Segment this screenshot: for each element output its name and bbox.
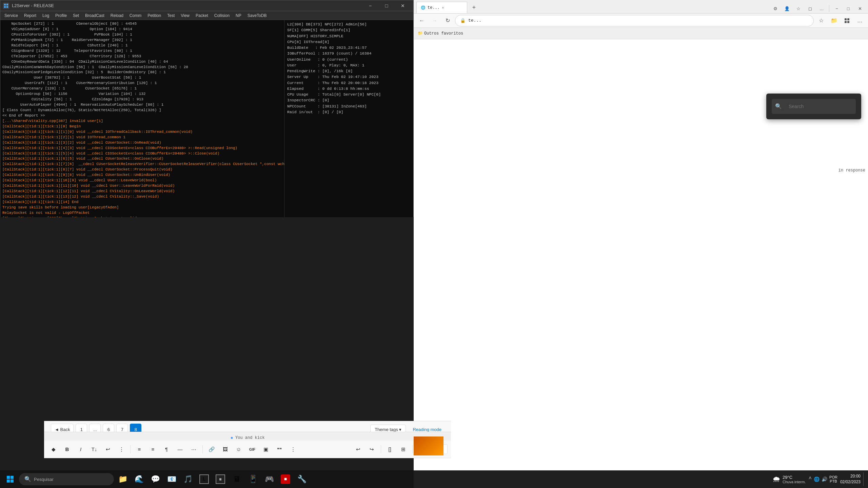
taskbar-app8[interactable]: 🎮 [262,472,277,487]
new-tab-button[interactable]: + [469,2,479,13]
system-tray: ^ 🌐 🔊 PORPTB [808,475,837,483]
taskbar-search[interactable]: 🔍 Pesquisar [19,473,114,485]
reading-list-icon[interactable]: ☆ [816,15,827,26]
taskbar-app4[interactable]: L [197,472,212,487]
menu-comm[interactable]: Comm [127,13,144,19]
menu-report[interactable]: Report [21,13,39,19]
list-button[interactable]: ≡ [133,443,145,455]
browser-max-icon[interactable]: □ [843,4,854,13]
svg-rect-10 [7,480,10,483]
minimize-button[interactable]: − [362,0,378,11]
collections-icon[interactable]: 📁 [829,15,840,26]
tray-volume[interactable]: 🔊 [822,476,827,482]
text-size-button[interactable]: T↓ [88,443,100,455]
menu-packet[interactable]: Packet [193,13,211,19]
app-icon [3,3,9,9]
taskbar-app2[interactable]: 📧 [164,472,179,487]
browser-menu-icon[interactable]: … [854,15,865,26]
menu-broadcast[interactable]: BroadCast [82,13,107,19]
bold-button[interactable]: B [61,443,73,455]
search-icon: 🔍 [775,103,782,110]
code-button[interactable]: [] [384,443,396,455]
taskbar-app6[interactable]: 🖥 [229,472,244,487]
menu-log[interactable]: Log [40,13,52,19]
bookmark-label: Outros favoritos [424,31,463,36]
svg-rect-1 [6,4,8,5]
menu-reload[interactable]: Reload [108,13,126,19]
media-button[interactable]: ▣ [260,443,272,455]
highlight-tool-button[interactable]: ◆ [47,443,60,455]
menu-view[interactable]: View [178,13,192,19]
svg-rect-5 [847,18,849,20]
tray-network[interactable]: 🌐 [814,476,820,482]
toolbar-divider-1 [130,445,131,453]
right-panel: L2[306] DB[373] NPC[272] Admin[56] SF[1]… [284,20,413,217]
left-panel: NpcSocket [272] : 1 CGeneralObject [80] … [0,20,284,217]
tab-label: te... [428,5,440,10]
content-area: NpcSocket [272] : 1 CGeneralObject [80] … [0,20,413,217]
show-desktop-button[interactable] [863,472,865,486]
italic-button[interactable]: I [75,443,87,455]
search-input[interactable] [785,101,852,112]
close-button[interactable]: ✕ [395,0,411,11]
taskbar-app5[interactable]: ▦ [213,472,228,487]
menu-profile[interactable]: Profile [53,13,70,19]
hr-button[interactable]: — [174,443,186,455]
menu-test[interactable]: Test [164,13,177,19]
taskbar-edge[interactable]: 🌊 [132,472,146,487]
back-button[interactable]: ← [416,15,427,26]
tab-close-icon[interactable]: ✕ [442,5,444,10]
link-button[interactable]: 🔗 [205,443,218,455]
image-button[interactable]: 🖼 [219,443,231,455]
taskbar-left: 🔍 Pesquisar 📁 🌊 💬 📧 🎵 L ▦ 🖥 📱 🎮 ■ 🔧 [3,472,309,487]
maximize-button[interactable]: □ [379,0,394,11]
forward-button[interactable]: → [429,15,440,26]
more-insert-button[interactable]: ⋮ [287,443,299,455]
more-text-button[interactable]: ⋮ [115,443,127,455]
gif-button[interactable]: GIF [246,443,258,455]
refresh-button[interactable]: ↻ [442,15,453,26]
start-button[interactable] [3,472,18,487]
undo-button[interactable]: ↩ [352,443,364,455]
browser-tab[interactable]: 🌐 te... ✕ [416,2,467,13]
lang-indicator[interactable]: PORPTB [829,475,837,483]
taskbar-app9[interactable]: ■ [278,472,293,487]
menu-service[interactable]: Service [2,13,21,19]
emoji-button[interactable]: ☺ [233,443,245,455]
address-bar[interactable]: 🔒 te... [455,15,814,26]
taskbar-app10[interactable]: 🔧 [294,472,309,487]
browser-ext-icon[interactable] [842,15,852,26]
taskbar-explorer[interactable]: 📁 [115,472,130,487]
redo-button[interactable]: ↪ [366,443,378,455]
taskbar-app7[interactable]: 📱 [245,472,260,487]
align-button[interactable]: ≡ [147,443,159,455]
taskbar-app3[interactable]: 🎵 [180,472,195,487]
browser-collections-icon[interactable]: ☆ [793,4,804,13]
svg-rect-7 [847,21,849,23]
taskbar-clock[interactable]: 20:00 02/02/2023 [840,473,861,485]
svg-rect-4 [845,18,847,20]
more-block-button[interactable]: ⋯ [188,443,200,455]
browser-close-icon[interactable]: ✕ [854,4,865,13]
tray-arrow[interactable]: ^ [808,476,812,482]
bookmark-item[interactable]: 📁 Outros favoritos [418,31,463,36]
menu-collision[interactable]: Collision [212,13,232,19]
browser-user-icon[interactable]: ◻ [805,4,815,13]
menu-np[interactable]: NP [233,13,244,19]
menu-set[interactable]: Set [70,13,82,19]
menu-savetodb[interactable]: SaveToDB [245,13,270,19]
notification-text: You and kick [235,435,264,440]
browser-settings-icon[interactable]: ⚙ [770,4,781,13]
undo-format-button[interactable]: ↩ [102,443,114,455]
taskbar-weather[interactable]: 🌧 29°C Chuva interm. [772,474,806,484]
browser-minimize-icon[interactable]: − [831,4,842,13]
notification-icon: ● [231,435,233,441]
browser-account-icon[interactable]: 👤 [782,4,792,13]
table-button[interactable]: ⊞ [397,443,410,455]
browser-more-icon[interactable]: … [816,4,827,13]
menu-petition[interactable]: Petition [145,13,164,19]
browser-tabs: 🌐 te... ✕ + ⚙ 👤 ☆ ◻ … − □ ✕ [414,0,868,14]
quote-button[interactable]: ❝❝ [273,443,285,455]
taskbar-app1[interactable]: 💬 [148,472,163,487]
paragraph-button[interactable]: ¶ [160,443,173,455]
